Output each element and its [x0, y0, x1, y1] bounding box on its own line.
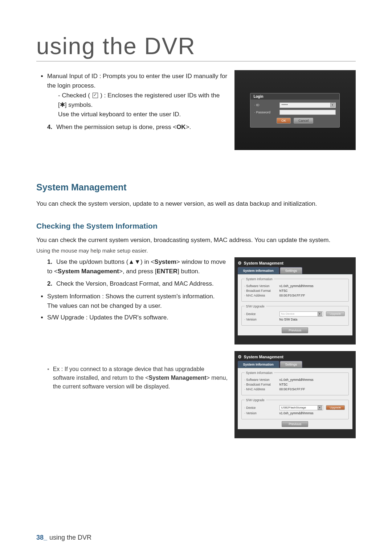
sub-checked-prefix: Checked ( [62, 92, 91, 99]
upgrade-version-label: Version [245, 411, 279, 415]
login-cancel-button[interactable]: Cancel [294, 118, 313, 124]
step-1: 1. Use the up/down buttons (▲▼) in <Syst… [47, 257, 228, 277]
sw-version-value: v1.0xh_yymmddhhmmss [279, 284, 314, 288]
step-1-num: 1. [47, 258, 52, 265]
step-2-num: 2. [47, 280, 52, 287]
group-sw-upgrade: S/W Upgrade [245, 398, 266, 402]
step-2-text: Check the Version, Broadcast Format, and… [56, 280, 214, 287]
sysmgmt-screenshot-usb: System Management System Information Set… [234, 351, 356, 438]
bullet-system-information: System Information : Shows the current s… [47, 292, 228, 311]
tab-settings[interactable]: Settings [280, 361, 303, 368]
sub-checked: Checked ( ) : Encloses the registered us… [58, 91, 228, 120]
previous-button[interactable]: Previous [282, 421, 308, 427]
sysmgmt-screenshot-no-device: System Management System Information Set… [234, 257, 356, 345]
broadcast-format-label: Broadcast Format [245, 289, 279, 293]
footer-text: using the DVR [49, 534, 91, 541]
heading-checking-system-info: Checking the System Information [36, 222, 356, 230]
step-1-system: System [154, 258, 176, 265]
intro-text-column: Manual Input of ID : Prompts you to ente… [36, 70, 228, 135]
tab-settings[interactable]: Settings [280, 267, 303, 274]
step-1-c: >, and press [ [119, 268, 156, 275]
device-label: Device [245, 406, 279, 410]
login-id-value: ***** [281, 103, 288, 107]
group-sw-upgrade: S/W Upgrade [245, 305, 266, 308]
gear-icon [238, 354, 242, 359]
mac-address-value: 00:00:F0:54:FF:FF [279, 294, 305, 297]
device-select-value: No Device [281, 312, 295, 315]
page-number: 38_ [36, 534, 47, 541]
sw-version-label: Software Version [245, 378, 279, 382]
login-id-label: ID [254, 103, 279, 107]
bullet-manual-input: Manual Input of ID : Prompts you to ente… [47, 72, 228, 120]
ex-label: Ex : [53, 366, 63, 372]
device-select[interactable]: No Device▾ [279, 311, 323, 317]
step-4: 4. When the permission setup is done, pr… [47, 122, 228, 132]
login-id-select[interactable]: ***** ▾ [279, 102, 336, 108]
page-footer: 38_using the DVR [36, 534, 91, 541]
sub-use-virtual: Use the virtual keyboard to enter the us… [58, 111, 181, 118]
step-4-b: >. [186, 124, 191, 130]
square-bullet-icon: ▪ [47, 365, 49, 391]
broadcast-format-value: NTSC [279, 289, 288, 293]
broadcast-format-value: NTSC [279, 383, 288, 386]
p-system-mgmt: You can check the system version, update… [36, 199, 356, 209]
step-1-d: ] button. [177, 268, 200, 275]
bullet-sysinfo-sub: The values can not be changed by a user. [47, 302, 162, 309]
step-4-a: When the permission setup is done, press… [56, 124, 176, 130]
upgrade-version-value: v1.0xh_yymmddhhmmss [279, 411, 314, 415]
gear-icon [238, 261, 242, 266]
upgrade-version-value: No S/W Data [279, 318, 298, 321]
tab-system-information[interactable]: System Information [238, 267, 279, 274]
group-system-information: System Information [245, 371, 274, 375]
mac-address-value: 00:00:F0:54:FF:FF [279, 387, 305, 391]
sw-version-label: Software Version [245, 284, 279, 288]
example-note: ▪ Ex : If you connect to a storage devic… [47, 365, 228, 391]
sysmgmt-title: System Management [244, 355, 283, 359]
bullet-sw-upgrade: S/W Upgrade : Updates the DVR's software… [47, 313, 228, 322]
mac-address-label: MAC Address [245, 387, 279, 391]
login-ok-button[interactable]: OK [277, 118, 291, 124]
bullet-manual-input-text: Manual Input of ID : Prompts you to ente… [47, 73, 227, 89]
sw-version-value: v1.0xh_yymmddhhmmss [279, 378, 314, 382]
previous-button[interactable]: Previous [282, 327, 308, 333]
step-4-ok: OK [176, 124, 186, 130]
device-label: Device [245, 312, 279, 316]
p-checking: You can check the current system version… [36, 235, 356, 245]
broadcast-format-label: Broadcast Format [245, 383, 279, 386]
login-pw-input[interactable] [279, 110, 336, 115]
step-1-enter: ENTER [156, 268, 177, 275]
step-2: 2. Check the Version, Broadcast Format, … [47, 279, 228, 289]
step-1-a: Use the up/down buttons (▲▼) in < [56, 258, 154, 265]
p-mouse-hint: Using the mouse may help make setup easi… [36, 247, 356, 254]
upgrade-button[interactable]: Upgrade [326, 405, 345, 410]
ex-sysmgmt: System Management [148, 375, 206, 381]
heading-system-management: System Management [36, 182, 356, 193]
device-select-value: USB2FlashStorage [281, 406, 306, 409]
checkbox-icon [93, 93, 98, 98]
step-1-sysmgmt: System Management [58, 268, 119, 275]
login-screenshot: Login ID ***** ▾ Password OK [234, 70, 356, 150]
mac-address-label: MAC Address [245, 294, 279, 297]
group-system-information: System Information [245, 277, 274, 281]
page-title: using the DVR [36, 33, 356, 61]
upgrade-button[interactable]: Upgrade [326, 311, 345, 316]
bullet-sysinfo-text: System Information : Shows the current s… [47, 293, 215, 300]
upgrade-version-label: Version [245, 318, 279, 321]
chevron-down-icon[interactable]: ▾ [330, 103, 335, 107]
chevron-down-icon[interactable]: ▾ [318, 312, 322, 316]
step-4-num: 4. [47, 124, 52, 130]
tab-system-information[interactable]: System Information [238, 361, 279, 368]
chevron-down-icon[interactable]: ▾ [318, 406, 322, 410]
login-title: Login [250, 93, 339, 100]
device-select[interactable]: USB2FlashStorage▾ [279, 405, 323, 410]
login-pw-label: Password [254, 110, 279, 114]
sysmgmt-title: System Management [244, 261, 283, 265]
